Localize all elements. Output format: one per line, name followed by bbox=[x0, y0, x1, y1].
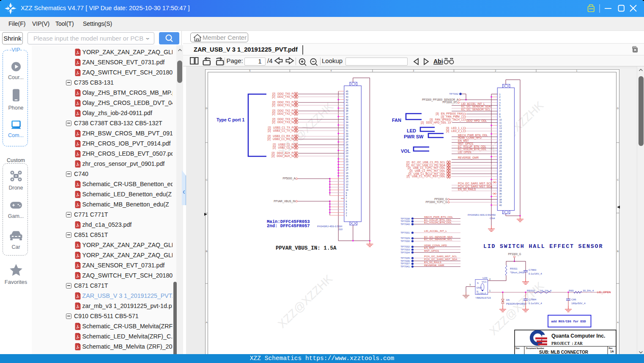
svg-text:32: 32 bbox=[499, 181, 502, 184]
svg-text:34: 34 bbox=[346, 121, 348, 124]
svg-text:36: 36 bbox=[346, 116, 348, 118]
svg-text:7: 7 bbox=[346, 197, 347, 200]
svg-text:27: 27 bbox=[346, 141, 348, 143]
svg-text:LID_OPEN: LID_OPEN bbox=[597, 291, 611, 294]
svg-text:15: 15 bbox=[346, 175, 348, 177]
svg-text:3: 3 bbox=[346, 209, 347, 211]
svg-text:11: 11 bbox=[346, 186, 348, 188]
svg-text:32: 32 bbox=[346, 126, 348, 129]
svg-text:26: 26 bbox=[499, 164, 502, 167]
svg-text:EC_I2C_SENSOR_SCL: EC_I2C_SENSOR_SCL bbox=[461, 108, 491, 111]
svg-text:38: 38 bbox=[499, 198, 502, 201]
svg-text:4: 4 bbox=[331, 69, 332, 72]
svg-text:J10: J10 bbox=[338, 228, 343, 231]
svg-text:1K_1%_4: 1K_1%_4 bbox=[540, 289, 551, 292]
svg-text:VOL: VOL bbox=[401, 148, 411, 154]
svg-text:FAN: FAN bbox=[392, 118, 401, 123]
svg-text:10: 10 bbox=[499, 118, 502, 121]
svg-text:1: 1 bbox=[576, 69, 578, 72]
svg-text:40: 40 bbox=[346, 104, 348, 107]
svg-text:C7884: C7884 bbox=[529, 298, 537, 301]
svg-text:Document Number: Document Number bbox=[526, 347, 544, 349]
svg-text:D: D bbox=[206, 107, 208, 110]
svg-text:5: 5 bbox=[346, 203, 347, 206]
svg-text:PROJECT : ZAR: PROJECT : ZAR bbox=[551, 341, 583, 346]
svg-text:7: 7 bbox=[499, 110, 501, 113]
svg-text:13: 13 bbox=[499, 127, 502, 129]
svg-text:TP7031: TP7031 bbox=[400, 231, 410, 234]
svg-text:SUB: MLB CONNECTOR: SUB: MLB CONNECTOR bbox=[539, 350, 589, 355]
svg-text:0.1u/16V_4: 0.1u/16V_4 bbox=[529, 272, 542, 275]
svg-text:PESD5V0H1BSF: PESD5V0H1BSF bbox=[506, 302, 526, 305]
svg-text:44: 44 bbox=[346, 93, 348, 95]
svg-text:C7883: C7883 bbox=[529, 268, 537, 271]
svg-text:180p/50V_4: 180p/50V_4 bbox=[571, 302, 586, 305]
svg-text:18: 18 bbox=[499, 141, 502, 144]
svg-text:B: B bbox=[206, 250, 208, 253]
svg-text:31: 31 bbox=[499, 178, 502, 181]
svg-text:B: B bbox=[617, 250, 619, 253]
svg-text:27: 27 bbox=[499, 167, 502, 169]
svg-text:[2] DDI2_TX1_N: [2] DDI2_TX1_N bbox=[272, 104, 294, 107]
svg-text:6: 6 bbox=[346, 200, 347, 203]
svg-text:35: 35 bbox=[346, 118, 348, 121]
svg-text:12: 12 bbox=[499, 124, 502, 127]
svg-text:20: 20 bbox=[346, 160, 348, 163]
svg-text:EC_I2C_SENSOR_SCL: EC_I2C_SENSOR_SCL bbox=[424, 238, 452, 241]
svg-text:R69: R69 bbox=[569, 289, 574, 292]
svg-text:40: 40 bbox=[499, 204, 502, 206]
svg-text:37: 37 bbox=[499, 195, 502, 198]
svg-text:[2] USB3_C1_RX_N: [2] USB3_C1_RX_N bbox=[268, 138, 294, 141]
svg-text:11: 11 bbox=[499, 121, 502, 124]
svg-text:3: 3 bbox=[413, 69, 414, 72]
svg-text:22: 22 bbox=[499, 153, 502, 155]
svg-text:DDI2_HPD_ODL: DDI2_HPD_ODL bbox=[466, 119, 487, 123]
svg-text:8: 8 bbox=[346, 194, 347, 197]
svg-text:2: 2 bbox=[499, 96, 501, 98]
svg-text:1: 1 bbox=[346, 214, 347, 217]
svg-text:24: 24 bbox=[346, 149, 348, 152]
svg-text:PPVAR_VBUS_IN: 1.5A: PPVAR_VBUS_IN: 1.5A bbox=[276, 245, 337, 251]
svg-text:5: 5 bbox=[249, 69, 251, 72]
svg-text:[2] DDI2_TX2_N: [2] DDI2_TX2_N bbox=[272, 112, 294, 116]
svg-text:S: S bbox=[477, 282, 479, 284]
svg-text:2: 2 bbox=[495, 69, 496, 72]
svg-text:REVERSE_GMR: REVERSE_GMR bbox=[458, 156, 479, 160]
svg-text:PP3300_G: PP3300_G bbox=[508, 253, 521, 256]
svg-text:Rev: Rev bbox=[609, 347, 613, 349]
svg-text:TP7041: TP7041 bbox=[400, 265, 410, 268]
svg-text:20: 20 bbox=[499, 147, 502, 149]
svg-text:39: 39 bbox=[499, 201, 502, 204]
svg-text:30: 30 bbox=[346, 132, 348, 135]
svg-text:[2] DDI2_TX3_N: [2] DDI2_TX3_N bbox=[272, 121, 294, 124]
svg-text:37: 37 bbox=[346, 113, 348, 115]
svg-text:2: 2 bbox=[489, 278, 491, 280]
svg-text:24: 24 bbox=[499, 158, 502, 161]
svg-text:2nd: DFFC45FR057: 2nd: DFFC45FR057 bbox=[267, 223, 310, 228]
svg-text:33: 33 bbox=[499, 184, 502, 187]
svg-text:4: 4 bbox=[346, 206, 347, 208]
svg-text:REVERSE_GMR: REVERSE_GMR bbox=[424, 264, 444, 267]
svg-text:14: 14 bbox=[346, 177, 348, 180]
svg-text:21: 21 bbox=[499, 150, 502, 152]
svg-text:28: 28 bbox=[346, 138, 348, 140]
svg-text:R9310: R9310 bbox=[527, 289, 535, 292]
svg-text:0.1u/16V_4: 0.1u/16V_4 bbox=[529, 302, 542, 305]
svg-text:[2] USB2_C1_N: [2] USB2_C1_N bbox=[273, 146, 293, 149]
svg-text:D5: D5 bbox=[506, 298, 510, 301]
svg-text:14: 14 bbox=[499, 130, 502, 132]
svg-text:34: 34 bbox=[499, 187, 502, 190]
svg-text:[3] LED_2_L: [3] LED_2_L bbox=[446, 129, 463, 133]
svg-text:PP5000_A: PP5000_A bbox=[282, 177, 296, 180]
svg-text:LID SWITCH HALL EFFECT SENSOR: LID SWITCH HALL EFFECT SENSOR bbox=[483, 243, 603, 250]
svg-text:TP7040: TP7040 bbox=[400, 223, 410, 226]
svg-text:23: 23 bbox=[346, 152, 348, 154]
svg-text:28: 28 bbox=[499, 170, 502, 172]
svg-text:[2] DDI2_AUX_N: [2] DDI2_AUX_N bbox=[271, 154, 293, 158]
svg-text:3: 3 bbox=[499, 99, 501, 101]
svg-text:Quanta Computer Inc.: Quanta Computer Inc. bbox=[551, 333, 605, 339]
svg-text:TP7042: TP7042 bbox=[449, 92, 458, 95]
svg-text:15: 15 bbox=[499, 133, 502, 135]
svg-text:9: 9 bbox=[499, 116, 501, 118]
svg-text:Abi: Abi bbox=[433, 58, 443, 65]
